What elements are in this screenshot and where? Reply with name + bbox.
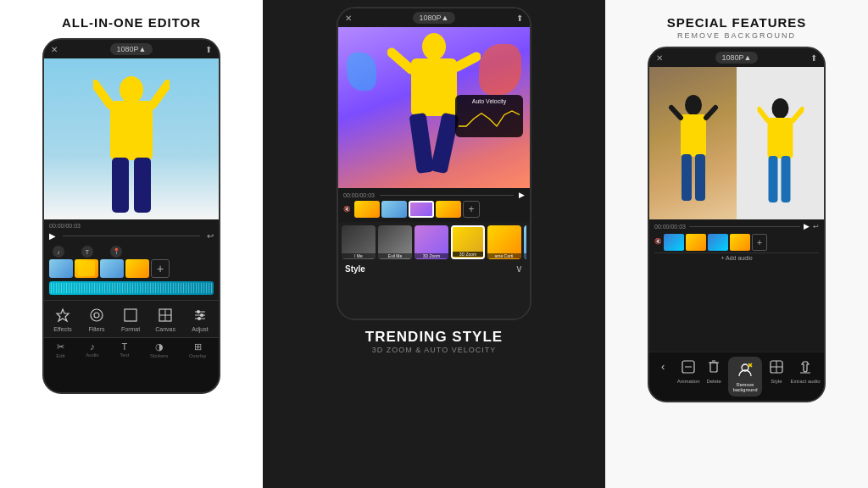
left-phone: ✕ 1080P▲ ⬆ — [42, 38, 220, 394]
edit-label: Edit — [56, 353, 64, 358]
right-close-icon[interactable]: ✕ — [656, 53, 663, 63]
export-icon[interactable]: ⬆ — [205, 45, 212, 54]
bottom-text[interactable]: T Text — [120, 341, 129, 358]
right-clip-2[interactable] — [686, 234, 706, 251]
toolbar-effects[interactable]: Effects — [53, 306, 72, 332]
bottom-overlay[interactable]: ⊞ Overlay — [189, 341, 207, 358]
remove-bg-icon — [735, 360, 755, 380]
style-thumb-active[interactable]: 3D Zoom — [451, 225, 485, 259]
audio-icon: ♪ — [90, 341, 95, 352]
style-thumb-2[interactable]: Evil Me — [378, 225, 412, 259]
add-clip-button[interactable]: + — [151, 259, 170, 278]
right-phone: ✕ 1080P▲ ⬆ Before — [648, 47, 826, 402]
center-add-clip[interactable]: + — [463, 201, 480, 218]
right-timecode: 00:00/00:03 — [654, 224, 686, 230]
right-toolbar-style[interactable]: Style — [766, 357, 787, 396]
right-timeline: 00:00/00:03 ▶ ↩ 🔇 + + Add audio — [649, 219, 824, 352]
center-clip-1[interactable] — [354, 201, 380, 218]
right-export-icon[interactable]: ⬆ — [810, 53, 817, 63]
text-label: Text — [120, 352, 129, 358]
svg-line-2 — [95, 84, 110, 105]
center-clip-active[interactable] — [409, 201, 434, 218]
phone-header: ✕ 1080P▲ ⬆ — [44, 40, 219, 58]
right-undo-btn[interactable]: ↩ — [813, 223, 819, 230]
center-play-btn[interactable]: ▶ — [519, 191, 525, 199]
resolution-badge[interactable]: 1080P▲ — [110, 43, 153, 55]
toolbar-canvas[interactable]: Canvas — [155, 306, 175, 332]
center-clip-3[interactable] — [436, 201, 461, 218]
style-label-5: ame Carti. — [487, 253, 521, 258]
center-timeline: 00:00/00:03 ▶ 🔇 + — [338, 188, 530, 222]
svg-point-20 — [422, 33, 446, 60]
style-footer: Style ∨ — [342, 263, 526, 274]
after-panel: After — [737, 67, 824, 219]
svg-rect-36 — [768, 156, 777, 202]
bottom-audio[interactable]: ♪ Audio — [86, 341, 98, 358]
clip-3[interactable] — [100, 259, 124, 278]
stickers-icon: ◑ — [155, 341, 164, 352]
clip-4[interactable] — [125, 259, 149, 278]
close-icon[interactable]: ✕ — [51, 45, 58, 54]
right-play-btn[interactable]: ▶ — [804, 222, 810, 230]
clip-2[interactable] — [75, 259, 98, 278]
svg-line-28 — [671, 108, 681, 118]
right-toolbar-delete[interactable]: Delete — [704, 357, 724, 396]
toolbar-format[interactable]: Format — [121, 306, 140, 332]
style-thumb-5[interactable]: Arty — [524, 225, 526, 259]
svg-point-9 — [94, 313, 99, 318]
right-clip-4[interactable] — [730, 234, 750, 251]
style-thumbnails: l Me Evil Me 3D Zoom 3D Zoom ame Carti. — [342, 225, 526, 259]
expand-icon[interactable]: ∨ — [515, 263, 523, 274]
right-clip-1[interactable] — [664, 234, 684, 251]
svg-rect-40 — [710, 363, 717, 372]
right-resolution-badge[interactable]: 1080P▲ — [715, 52, 759, 64]
style-thumb-1[interactable]: l Me — [342, 225, 376, 259]
right-toolbar-back[interactable]: ‹ — [653, 357, 673, 396]
timecode: 00:00/00:03 — [49, 223, 214, 229]
bottom-stickers[interactable]: ◑ Stickers — [150, 341, 168, 358]
center-export-icon[interactable]: ⬆ — [516, 14, 523, 23]
undo-button[interactable]: ↩ — [207, 231, 214, 241]
overlay-icon: ⊞ — [194, 341, 202, 352]
right-add-clip[interactable]: + — [752, 234, 767, 251]
svg-point-17 — [200, 313, 203, 317]
center-resolution-badge[interactable]: 1080P▲ — [413, 12, 456, 24]
pin-marker: 📍 — [110, 246, 122, 258]
mute-icon[interactable]: 🔇 — [343, 206, 351, 213]
clip-1[interactable] — [49, 259, 73, 278]
right-clip-3[interactable] — [708, 234, 728, 251]
effects-icon — [53, 306, 72, 324]
right-toolbar-extract-audio[interactable]: Extract audio — [791, 357, 821, 396]
center-video-preview: Auto Velocity — [338, 27, 530, 188]
style-thumb-4[interactable]: ame Carti. — [487, 225, 521, 259]
center-clip-2[interactable] — [381, 201, 407, 218]
format-label: Format — [121, 326, 140, 332]
style-label-1: l Me — [342, 253, 376, 258]
right-toolbar-animation[interactable]: Animation — [677, 357, 700, 396]
adjust-icon — [191, 306, 209, 324]
style-thumb-3[interactable]: 3D Zoom — [415, 225, 448, 259]
right-toolbar-remove-bg[interactable]: Removebackground — [728, 357, 763, 396]
center-section: ✕ 1080P▲ ⬆ — [263, 0, 605, 488]
right-style-label: Style — [771, 379, 782, 384]
bottom-edit[interactable]: ✂ Edit — [56, 341, 64, 358]
svg-point-0 — [120, 76, 143, 103]
filters-icon — [87, 306, 106, 324]
right-title: SPECIAL FEATURES — [667, 15, 807, 30]
center-phone: ✕ 1080P▲ ⬆ — [337, 7, 531, 320]
toolbar-adjust[interactable]: Adjust — [191, 306, 209, 332]
add-audio-label[interactable]: + Add audio — [654, 252, 819, 263]
center-bottom-text: TRENDING STYLE 3D ZOOM & AUTO VELOCITY — [365, 320, 503, 358]
right-mute-icon[interactable]: 🔇 — [654, 238, 662, 245]
svg-point-19 — [198, 317, 201, 320]
svg-rect-21 — [411, 58, 457, 116]
right-section: SPECIAL FEATURES REMOVE BACKGROUND ✕ 108… — [605, 0, 868, 488]
left-title: ALL-IN-ONE EDITOR — [62, 15, 201, 30]
center-close-icon[interactable]: ✕ — [345, 14, 352, 23]
toolbar: Effects Filters Format — [44, 300, 219, 337]
svg-line-34 — [759, 109, 767, 120]
toolbar-filters[interactable]: Filters — [87, 306, 106, 332]
style-panel: l Me Evil Me 3D Zoom 3D Zoom ame Carti. — [338, 222, 530, 319]
play-button[interactable]: ▶ — [49, 231, 56, 241]
adjust-label: Adjust — [192, 326, 208, 332]
